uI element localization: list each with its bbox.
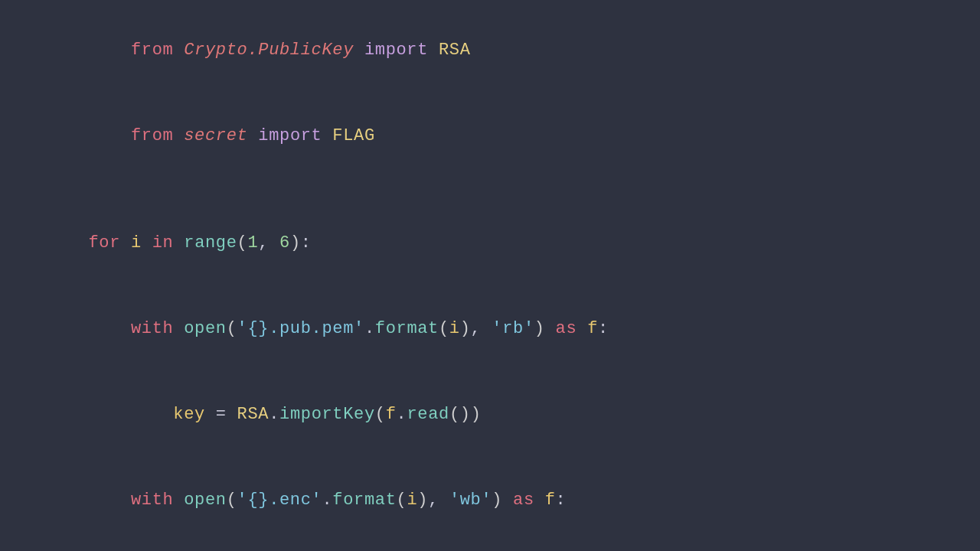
class-rsa2: RSA bbox=[237, 405, 270, 424]
kw-for: for bbox=[88, 233, 120, 253]
line-shebang: #!/usr/bin/env python3 bbox=[46, 0, 934, 8]
var-i: i bbox=[131, 233, 142, 253]
str-pub-pem: '{}.pub.pem' bbox=[237, 319, 364, 338]
var-i-1: i bbox=[449, 319, 460, 338]
num-1: 1 bbox=[247, 233, 258, 253]
var-f1: f bbox=[587, 319, 598, 338]
kw-from2: from bbox=[131, 126, 173, 145]
indent2 bbox=[88, 126, 130, 145]
module-secret: secret bbox=[184, 126, 247, 145]
line-importkey: key = RSA.importKey(f.read()) bbox=[46, 372, 934, 458]
indent1 bbox=[88, 41, 130, 60]
module-crypto: Crypto.PublicKey bbox=[184, 41, 354, 60]
num-6: 6 bbox=[279, 233, 290, 253]
var-f3: f bbox=[545, 491, 556, 510]
kw-with1: with bbox=[131, 319, 173, 338]
kw-with2: with bbox=[131, 491, 173, 510]
str-wb: 'wb' bbox=[449, 491, 492, 510]
var-f2: f bbox=[386, 405, 397, 424]
line-with-open-wb: with open('{}.enc'.format(i), 'wb') as f… bbox=[46, 458, 934, 543]
kw-in: in bbox=[152, 233, 174, 253]
var-key: key bbox=[173, 405, 205, 424]
str-rb: 'rb' bbox=[492, 319, 534, 338]
func-read: read bbox=[407, 405, 449, 424]
line-with-open-rb: with open('{}.pub.pem'.format(i), 'rb') … bbox=[46, 286, 934, 372]
code-block: #!/usr/bin/env python3 from Crypto.Publi… bbox=[0, 0, 980, 551]
kw-import1: import bbox=[364, 41, 428, 60]
class-flag: FLAG bbox=[332, 126, 374, 145]
kw-from1: from bbox=[131, 41, 173, 60]
line-import-flag: from secret import FLAG bbox=[46, 93, 934, 179]
kw-as2: as bbox=[513, 491, 534, 510]
kw-import2: import bbox=[258, 126, 322, 145]
func-importkey: importKey bbox=[279, 405, 375, 424]
line-fwrite: f.write(key.encrypt(FLAG.encode(), None)… bbox=[46, 543, 934, 551]
line-for: for i in range(1, 6): bbox=[46, 200, 934, 285]
var-i-2: i bbox=[407, 491, 417, 510]
func-format2: format bbox=[332, 491, 396, 510]
func-open2: open bbox=[184, 491, 226, 510]
line-import-rsa: from Crypto.PublicKey import RSA bbox=[46, 8, 934, 93]
blank-1 bbox=[46, 179, 934, 200]
str-enc: '{}.enc' bbox=[237, 491, 322, 510]
func-range: range bbox=[184, 233, 237, 253]
func-open1: open bbox=[184, 319, 226, 338]
class-rsa: RSA bbox=[439, 41, 471, 60]
func-format1: format bbox=[375, 319, 439, 338]
kw-as1: as bbox=[556, 319, 577, 338]
